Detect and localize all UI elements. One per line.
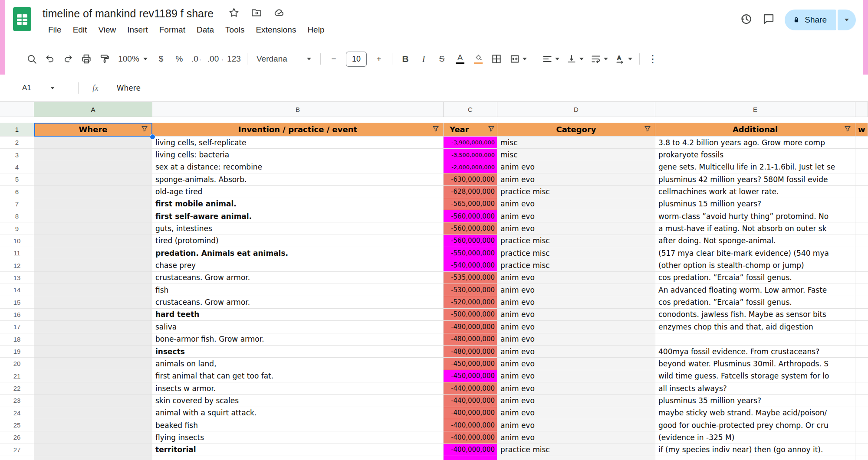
filter-icon[interactable] [432,125,440,134]
cell-C6[interactable]: -628,000,000 [444,186,497,198]
cell-E25[interactable]: good for ouchie-protected prey chomp. Or… [655,419,855,431]
cell-D16[interactable]: anim evo [497,309,655,321]
share-button[interactable]: Share [785,10,836,30]
cell-F22[interactable] [855,382,868,395]
cell-C26[interactable]: -400,000,000 [444,431,497,444]
cell-D9[interactable]: anim evo [497,222,655,235]
strikethrough-button[interactable]: S [433,50,451,68]
cell-C24[interactable]: -400,000,000 [444,407,497,419]
cell-F21[interactable] [855,370,868,382]
menu-insert[interactable]: Insert [122,24,154,36]
cell-C11[interactable]: -550,000,000 [444,247,497,259]
cell-F17[interactable] [855,321,868,333]
cell-B26[interactable]: flying insects [152,431,444,444]
redo-button[interactable] [59,50,77,68]
cell-A14[interactable] [34,284,152,296]
cell-B21[interactable]: first animal that can get too fat. [152,370,444,382]
text-color-button[interactable]: A [451,50,469,68]
menu-tools[interactable]: Tools [220,24,250,36]
row-header-24[interactable]: 24 [0,407,34,419]
decrease-decimals-button[interactable]: .0← [188,50,207,68]
cell-D21[interactable]: anim evo [497,370,655,382]
cell-A19[interactable] [34,346,152,358]
row-header-11[interactable]: 11 [0,247,34,259]
cell-C21[interactable]: -450,000,000 [444,370,497,382]
row-header-3[interactable]: 3 [0,149,34,161]
cell-F2[interactable] [855,137,868,149]
menu-extensions[interactable]: Extensions [250,24,302,36]
cell-A3[interactable] [34,149,152,161]
cell-D7[interactable]: anim evo [497,198,655,210]
cell-E24[interactable]: maybe sticky web strand. Maybe acid/pois… [655,407,855,419]
cell-A1[interactable]: Where [34,123,152,137]
row-header-17[interactable]: 17 [0,321,34,333]
cell-E4[interactable]: gene sets. Multicellu life in 2.1-1.6bil… [655,161,855,173]
cell-A13[interactable] [34,272,152,284]
cell-E22[interactable]: all insects always? [655,382,855,395]
cell-D28[interactable] [497,456,655,460]
filter-icon[interactable] [844,125,852,134]
cell-F14[interactable] [855,284,868,296]
cell-D25[interactable]: anim evo [497,419,655,431]
cell-A5[interactable] [34,173,152,186]
row-header-9[interactable]: 9 [0,222,34,235]
cell-B1[interactable]: Invention / practice / event [152,123,444,137]
row-header-4[interactable]: 4 [0,161,34,173]
cell-E21[interactable]: wild time guess. Fatcells storage system… [655,370,855,382]
cell-C19[interactable]: -480,000,000 [444,346,497,358]
row-header-20[interactable]: 20 [0,358,34,370]
cell-B3[interactable]: living cells: bacteria [152,149,444,161]
cell-D12[interactable]: practice misc [497,259,655,271]
menu-data[interactable]: Data [191,24,220,36]
cell-D8[interactable]: anim evo [497,210,655,222]
cell-C15[interactable]: -520,000,000 [444,296,497,308]
cell-A10[interactable] [34,235,152,247]
cell-B7[interactable]: first mobile animal. [152,198,444,210]
cell-A11[interactable] [34,247,152,259]
cell-C4[interactable]: -2,000,000,000 [444,161,497,173]
comments-icon[interactable] [762,13,775,27]
fill-color-button[interactable] [469,50,487,68]
cell-B24[interactable]: animal with a squirt attack. [152,407,444,419]
column-header-C[interactable]: C [444,102,497,117]
cell-A8[interactable] [34,210,152,222]
document-title[interactable]: timeline of mankind rev1189 f share [43,7,214,20]
row-header-19[interactable]: 19 [0,346,34,358]
row-header-7[interactable]: 7 [0,198,34,210]
cell-F23[interactable] [855,395,868,407]
cell-B6[interactable]: old-age tired [152,186,444,198]
menu-view[interactable]: View [92,24,122,36]
cell-B12[interactable]: chase prey [152,259,444,271]
cell-B16[interactable]: hard teeth [152,309,444,321]
merge-cells-button[interactable] [506,50,530,68]
increase-decimals-button[interactable]: .00→ [207,50,225,68]
cell-A4[interactable] [34,161,152,173]
cell-F25[interactable] [855,419,868,431]
text-wrap-button[interactable] [587,50,611,68]
cell-C2[interactable]: -3,900,000,000 [444,137,497,149]
cell-F20[interactable] [855,358,868,370]
filter-icon[interactable] [487,125,495,134]
cell-C5[interactable]: -630,000,000 [444,173,497,186]
row-header-6[interactable]: 6 [0,186,34,198]
cell-C25[interactable]: -400,000,000 [444,419,497,431]
cell-B25[interactable]: beaked fish [152,419,444,431]
cell-E11[interactable]: (517 mya clear bite-mark evidence) (540 … [655,247,855,259]
cell-F16[interactable] [855,309,868,321]
search-button[interactable] [23,50,41,68]
cell-B20[interactable]: animals on land, [152,358,444,370]
cell-C27[interactable]: -400,000,000 [444,444,497,456]
more-toolbar-button[interactable]: ⋮ [644,50,662,68]
cell-E26[interactable]: (evidence in -325 M) [655,431,855,444]
increase-font-size-button[interactable]: + [370,50,388,68]
column-header-D[interactable]: D [497,102,655,117]
cell-F13[interactable] [855,272,868,284]
cell-A6[interactable] [34,186,152,198]
horizontal-align-button[interactable] [538,50,562,68]
cell-E5[interactable]: plusminus 42 million years? 580M fossil … [655,173,855,186]
cell-C28[interactable] [444,456,497,460]
cell-C3[interactable]: -3,500,000,000 [444,149,497,161]
cell-F5[interactable] [855,173,868,186]
cell-D18[interactable]: anim evo [497,333,655,346]
cell-E17[interactable]: enzymes chop this and that, aid digestio… [655,321,855,333]
